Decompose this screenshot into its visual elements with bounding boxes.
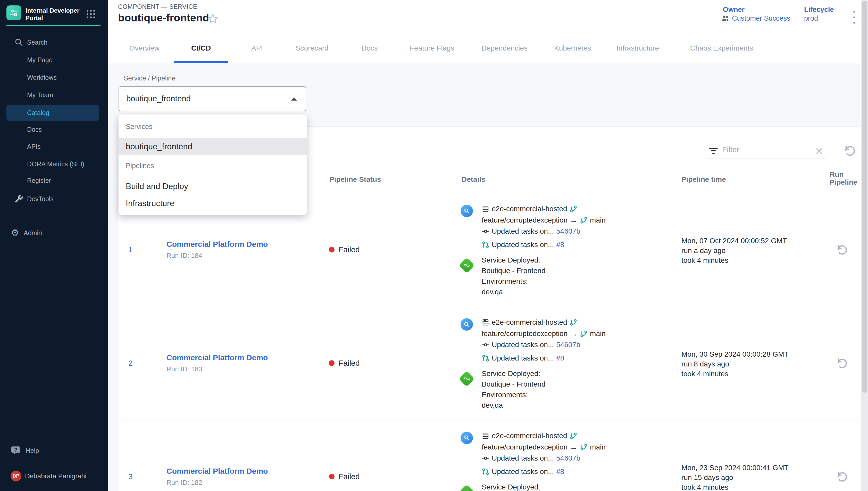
- scrollbar-thumb[interactable]: [862, 1, 867, 393]
- tab-dependencies[interactable]: Dependencies: [482, 44, 528, 52]
- entity-header: COMPONENT — SERVICE boutique-frontend Ow…: [108, 0, 868, 30]
- status-text: Failed: [339, 472, 360, 481]
- dropdown-group-services: Services: [126, 123, 153, 131]
- wrench-icon: [14, 194, 24, 204]
- commit-link[interactable]: 54607b: [556, 341, 580, 349]
- repo-line: e2e-commercial-hosted: [482, 431, 577, 440]
- dropdown-option-boutique-frontend[interactable]: boutique_frontend: [126, 142, 192, 151]
- status-dot-failed: [329, 474, 335, 480]
- owner-value[interactable]: Customer Success: [721, 14, 790, 23]
- status-text: Failed: [339, 359, 360, 368]
- git-branch-icon: [580, 330, 588, 338]
- owner-label: Owner: [723, 6, 745, 14]
- pipeline-run-link[interactable]: Commercial Platform Demo: [166, 353, 268, 362]
- chevron-up-icon: [291, 97, 297, 100]
- run-pipeline-icon[interactable]: [835, 470, 847, 483]
- ci-stage-icon: [461, 318, 473, 330]
- tab-api[interactable]: API: [251, 44, 263, 52]
- row-index: 2: [128, 359, 144, 368]
- table-row: 2 Commercial Platform Demo Run ID: 183 F…: [118, 306, 861, 420]
- brand-accent-divider: [6, 25, 100, 26]
- pull-request-link[interactable]: #8: [556, 240, 564, 249]
- service-pipeline-label: Service / Pipeline: [124, 74, 176, 82]
- commit-line: Updated tasks on... 54607b: [482, 227, 580, 236]
- more-options-icon[interactable]: [851, 11, 857, 24]
- scrollbar-track[interactable]: [861, 0, 868, 491]
- page-title: boutique-frontend: [118, 12, 209, 24]
- git-commit-icon: [482, 227, 489, 235]
- git-commit-icon: [482, 454, 489, 462]
- git-branch-icon: [580, 216, 588, 224]
- app-title: Internal Developer Portal: [26, 7, 85, 22]
- pull-request-link[interactable]: #8: [556, 354, 564, 362]
- commit-link[interactable]: 54607b: [556, 454, 580, 462]
- run-pipeline-icon[interactable]: [835, 357, 847, 369]
- tab-scorecard[interactable]: Scorecard: [296, 44, 329, 52]
- commit-line: Updated tasks on... 54607b: [482, 454, 580, 463]
- column-header-run-pipeline: Run Pipeline: [830, 171, 861, 186]
- sidebar-item-my-page[interactable]: My Page: [0, 52, 108, 68]
- run-id: Run ID: 182: [166, 479, 202, 487]
- sidebar-item-apis[interactable]: APIs: [0, 139, 108, 154]
- tab-chaos-experiments[interactable]: Chaos Experiments: [690, 44, 753, 52]
- service-pipeline-dropdown: Services boutique_frontend Pipelines Bui…: [119, 115, 307, 215]
- service-pipeline-select[interactable]: boutique_frontend: [119, 86, 306, 111]
- user-menu[interactable]: DP Debabrata Panigrahi: [0, 468, 108, 484]
- filter-input[interactable]: [722, 145, 807, 154]
- pull-request-icon: [482, 468, 489, 475]
- pull-request-link[interactable]: #8: [556, 467, 564, 476]
- arrow-right: →: [570, 216, 578, 225]
- deploy-info: Service Deployed: Boutique - Frontend En…: [482, 482, 546, 491]
- pipeline-time: Mon, 23 Sep 2024 00:00:41 GMT run 15 day…: [681, 463, 788, 491]
- app-logo[interactable]: [6, 5, 21, 20]
- app-switcher-icon[interactable]: [87, 10, 95, 18]
- pull-request-line: Updated tasks on... #8: [482, 240, 564, 249]
- tab-kubernetes[interactable]: Kubernetes: [554, 44, 591, 52]
- tab-cicd[interactable]: CI/CD: [191, 44, 211, 52]
- repo-line: e2e-commercial-hosted: [482, 318, 577, 327]
- pull-request-icon: [482, 241, 489, 249]
- sidebar-item-catalog[interactable]: Catalog: [6, 105, 99, 121]
- cd-stage-icon: [459, 371, 475, 387]
- entity-tabs: Overview CI/CD API Scorecard Docs Featur…: [108, 30, 868, 63]
- clear-filter-icon[interactable]: [815, 147, 824, 155]
- refresh-icon[interactable]: [842, 144, 855, 157]
- git-branch-icon: [569, 205, 577, 213]
- column-header-details: Details: [462, 175, 485, 183]
- run-id: Run ID: 184: [166, 252, 202, 260]
- git-commit-icon: [482, 341, 489, 349]
- ci-stage-icon: [461, 205, 473, 217]
- active-tab-indicator: [174, 61, 228, 63]
- sidebar-item-dora-metrics[interactable]: DORA Metrics (SEI): [0, 156, 108, 172]
- table-row: 3 Commercial Platform Demo Run ID: 182 F…: [118, 420, 861, 491]
- sidebar-item-search[interactable]: Search: [0, 34, 108, 50]
- sidebar-item-admin[interactable]: ⚙ Admin: [0, 225, 108, 241]
- tab-feature-flags[interactable]: Feature Flags: [410, 44, 454, 52]
- pipeline-run-link[interactable]: Commercial Platform Demo: [166, 240, 268, 249]
- commit-link[interactable]: 54607b: [556, 227, 580, 235]
- filter-icon[interactable]: [708, 146, 718, 155]
- status-dot-failed: [329, 360, 335, 366]
- tab-docs[interactable]: Docs: [361, 44, 378, 52]
- run-pipeline-icon[interactable]: [835, 243, 847, 256]
- sidebar-item-register[interactable]: Register: [0, 173, 108, 189]
- repo-line: e2e-commercial-hosted: [482, 204, 577, 213]
- dropdown-option-build-and-deploy[interactable]: Build and Deploy: [126, 181, 188, 191]
- sidebar-item-workflows[interactable]: Workflows: [0, 69, 108, 85]
- selected-value: boutique_frontend: [126, 94, 191, 104]
- user-name: Debabrata Panigrahi: [25, 472, 87, 480]
- sidebar-item-docs[interactable]: Docs: [0, 121, 108, 138]
- sidebar-item-my-team[interactable]: My Team: [0, 87, 108, 103]
- deploy-info: Service Deployed: Boutique - Frontend En…: [482, 255, 546, 297]
- tab-overview[interactable]: Overview: [129, 44, 159, 52]
- sidebar-item-help[interactable]: Help: [0, 442, 108, 459]
- dropdown-option-infrastructure[interactable]: Infrastructure: [126, 199, 175, 208]
- tab-infrastructure[interactable]: Infrastructure: [617, 44, 659, 52]
- pull-request-icon: [482, 354, 489, 362]
- sidebar-divider: [6, 217, 99, 217]
- favorite-star-icon[interactable]: [207, 13, 219, 25]
- branch-line: feature/corruptedexception → main: [482, 216, 606, 225]
- column-header-pipeline-status: Pipeline Status: [329, 175, 381, 183]
- pipeline-run-link[interactable]: Commercial Platform Demo: [166, 467, 268, 475]
- sidebar-item-devtools[interactable]: DevTools: [0, 191, 108, 207]
